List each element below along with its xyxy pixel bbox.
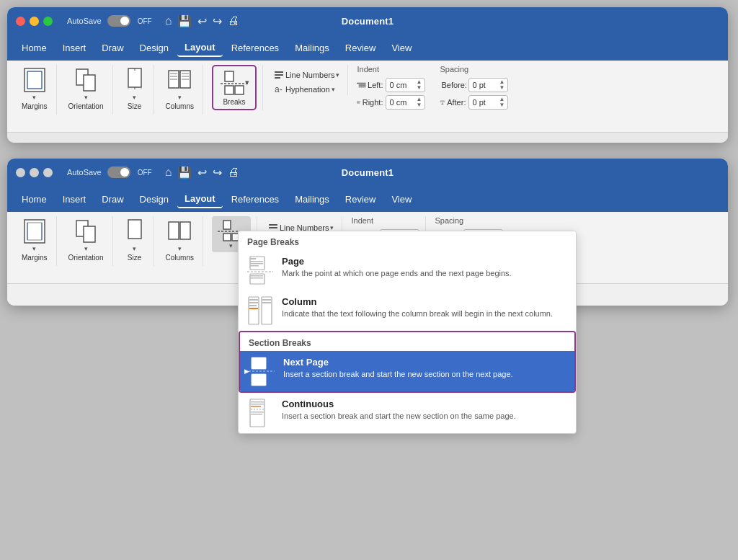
bottom-close-button[interactable]	[16, 168, 25, 177]
size-button[interactable]: ▾ Size	[122, 65, 148, 112]
fullscreen-button[interactable]	[43, 17, 53, 26]
bottom-menu-mailings[interactable]: Mailings	[288, 191, 337, 208]
margins-tools: ▾ Margins	[19, 65, 50, 112]
bottom-menu-design[interactable]: Design	[133, 191, 176, 208]
spacing-after-row: After: 0 pt ▲ ▼	[440, 95, 508, 110]
bottom-menu-view[interactable]: View	[384, 191, 419, 208]
menu-design[interactable]: Design	[133, 40, 176, 56]
bottom-columns-icon	[167, 218, 192, 245]
svg-text:▾: ▾	[245, 78, 249, 86]
spacing-after-value: 0 pt	[472, 98, 485, 107]
autosave-label: AutoSave	[67, 17, 102, 25]
spacing-after-icon	[440, 99, 445, 106]
bottom-orientation-button[interactable]: ▾ Orientation	[66, 216, 107, 263]
hyphenation-icon: a-	[274, 84, 284, 94]
svg-rect-84	[252, 364, 262, 365]
svg-rect-72	[250, 277, 263, 279]
menu-draw[interactable]: Draw	[94, 40, 130, 56]
bottom-autosave-toggle[interactable]	[107, 166, 130, 178]
svg-rect-65	[250, 258, 256, 259]
indent-right-down[interactable]: ▼	[417, 102, 422, 108]
minimize-button[interactable]	[30, 17, 39, 26]
redo-icon[interactable]: ↪	[213, 14, 222, 28]
svg-rect-24	[235, 86, 244, 94]
menu-mailings[interactable]: Mailings	[288, 40, 337, 56]
bottom-menu-draw[interactable]: Draw	[94, 191, 130, 208]
menu-view[interactable]: View	[384, 40, 419, 56]
bottom-minimize-button[interactable]	[30, 168, 39, 177]
undo-icon[interactable]: ↩	[197, 14, 207, 28]
dropdown-item-continuous[interactable]: Continuous Insert a section break and st…	[239, 393, 576, 433]
close-button[interactable]	[16, 17, 25, 26]
title-bar-tools: AutoSave OFF ⌂ 💾 ↩ ↪ 🖨	[67, 14, 239, 28]
spacing-after-arrows: ▲ ▼	[499, 97, 505, 108]
indent-right-arrows: ▲ ▼	[417, 97, 422, 108]
svg-rect-73	[249, 297, 259, 324]
continuous-item-desc: Insert a section break and start the new…	[282, 411, 516, 422]
bottom-columns-button[interactable]: ▾ Columns	[163, 216, 197, 263]
dropdown-item-page[interactable]: Page Mark the point at which one page en…	[239, 250, 576, 290]
bottom-save-icon[interactable]: 💾	[177, 166, 192, 179]
menu-layout[interactable]: Layout	[177, 39, 223, 57]
menu-home[interactable]: Home	[14, 40, 54, 56]
home-icon[interactable]: ⌂	[165, 14, 172, 27]
line-numbers-button[interactable]: Line Numbers ▾	[272, 69, 342, 81]
indent-col: Indent Left: 0 cm	[357, 65, 425, 110]
spacing-after-input[interactable]: 0 pt ▲ ▼	[468, 95, 508, 110]
bottom-menu-layout[interactable]: Layout	[177, 190, 223, 208]
save-icon[interactable]: 💾	[177, 14, 192, 28]
bottom-home-icon[interactable]: ⌂	[165, 166, 172, 179]
autosave-toggle[interactable]	[107, 15, 130, 27]
indent-left-down[interactable]: ▼	[417, 85, 422, 91]
svg-rect-88	[252, 378, 262, 380]
margins-button[interactable]: ▾ Margins	[19, 65, 50, 112]
bottom-title-bar: AutoSave OFF ⌂ 💾 ↩ ↪ 🖨 Document1	[7, 159, 728, 186]
continuous-icon-svg	[247, 398, 273, 428]
menu-review[interactable]: Review	[338, 40, 383, 56]
orientation-label: Orientation	[68, 102, 104, 110]
dropdown-item-column[interactable]: Column Indicate that the text following …	[239, 290, 576, 331]
spacing-before-input[interactable]: 0 pt ▲ ▼	[468, 78, 508, 92]
columns-caret: ▾	[178, 94, 182, 101]
bottom-menu-references[interactable]: References	[224, 191, 286, 208]
bottom-fullscreen-button[interactable]	[43, 168, 53, 177]
spacing-before-down[interactable]: ▼	[499, 85, 505, 91]
bottom-undo-icon[interactable]: ↩	[197, 166, 207, 179]
bottom-menu-bar: Home Insert Draw Design Layout Reference…	[7, 186, 728, 212]
bottom-menu-review[interactable]: Review	[338, 191, 383, 208]
svg-rect-50	[180, 222, 190, 239]
bottom-margins-button[interactable]: ▾ Margins	[19, 216, 50, 263]
indent-right-input[interactable]: 0 cm ▲ ▼	[386, 95, 425, 110]
bottom-spacing-header: Spacing	[435, 216, 503, 225]
indent-left-value: 0 cm	[389, 81, 406, 89]
bottom-print-icon[interactable]: 🖨	[228, 166, 239, 179]
page-break-icon	[247, 256, 273, 285]
bottom-redo-icon[interactable]: ↪	[213, 166, 222, 179]
next-page-item-desc: Insert a section break and start the new…	[283, 369, 513, 380]
columns-button[interactable]: ▾ Columns	[163, 65, 197, 112]
bottom-menu-insert[interactable]: Insert	[55, 191, 94, 208]
svg-rect-53	[223, 234, 231, 241]
orientation-button[interactable]: ▾ Orientation	[66, 65, 107, 112]
spacing-header: Spacing	[440, 65, 508, 74]
menu-insert[interactable]: Insert	[55, 40, 94, 56]
svg-rect-86	[252, 374, 266, 386]
dropdown-item-next-page[interactable]: ▶ Next Page Insert a sectio	[240, 351, 574, 391]
bottom-size-button[interactable]: ▾ Size	[122, 216, 148, 263]
size-group: ▾ Size	[116, 65, 154, 115]
svg-rect-71	[250, 275, 263, 277]
spacing-after-label: After:	[440, 98, 466, 107]
indent-left-input[interactable]: 0 cm ▲ ▼	[386, 78, 425, 92]
breaks-button[interactable]: ▾ Breaks	[212, 65, 257, 110]
bottom-menu-home[interactable]: Home	[14, 191, 54, 208]
hyphenation-button[interactable]: a- Hyphenation ▾	[272, 84, 342, 95]
print-icon[interactable]: 🖨	[228, 14, 239, 27]
menu-references[interactable]: References	[224, 40, 286, 56]
svg-rect-15	[170, 73, 177, 74]
bottom-title-tools: AutoSave OFF ⌂ 💾 ↩ ↪ 🖨	[67, 166, 239, 179]
svg-rect-89	[250, 399, 264, 427]
spacing-after-down[interactable]: ▼	[499, 102, 505, 108]
svg-rect-56	[269, 227, 277, 228]
toggle-state-label: OFF	[138, 17, 152, 25]
bottom-orientation-label: Orientation	[68, 254, 104, 262]
